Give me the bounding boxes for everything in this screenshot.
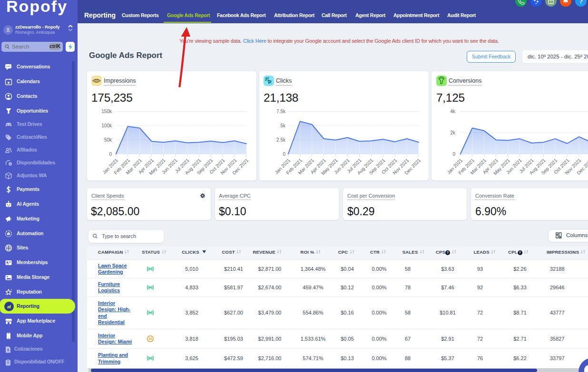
svg-text:50k: 50k (104, 137, 112, 143)
svg-text:5k: 5k (280, 123, 286, 128)
svg-text:0: 0 (283, 152, 285, 157)
svg-text:7.5k: 7.5k (276, 109, 286, 114)
svg-text:0: 0 (109, 152, 112, 157)
svg-text:2.5k: 2.5k (276, 137, 286, 143)
svg-text:100k: 100k (101, 123, 112, 128)
svg-text:0: 0 (452, 152, 455, 157)
svg-text:2k: 2k (450, 130, 456, 135)
svg-text:4k: 4k (450, 109, 456, 114)
svg-text:150k: 150k (101, 109, 112, 114)
svg-text:$: $ (7, 348, 9, 352)
